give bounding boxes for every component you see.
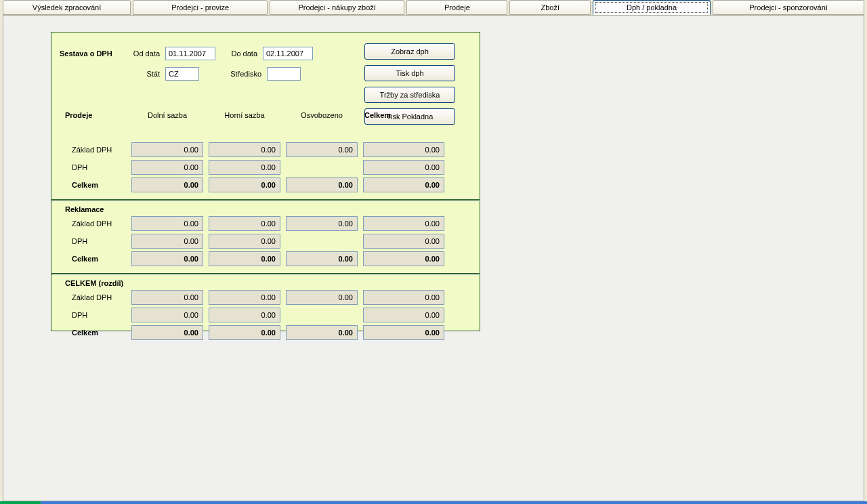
reklamace-zaklad-row: Základ DPH 0.00 0.00 0.00 0.00 xyxy=(72,215,471,232)
stat-input[interactable] xyxy=(165,67,199,81)
value-cell: 0.00 xyxy=(209,160,280,175)
prodeje-celkem-row: Celkem 0.00 0.00 0.00 0.00 xyxy=(72,176,471,194)
rozdil-celkem-row: Celkem 0.00 0.00 0.00 0.00 xyxy=(72,324,471,341)
value-cell: 0.00 xyxy=(363,142,444,157)
row-label: Základ DPH xyxy=(72,146,126,154)
value-cell: 0.00 xyxy=(209,308,280,322)
row-label: DPH xyxy=(72,311,126,319)
rozdil-dph-row: DPH 0.00 0.00 0.00 xyxy=(72,306,471,324)
results-grid: Prodeje Dolní sazba Horní sazba Osvoboze… xyxy=(51,126,480,347)
value-cell: 0.00 xyxy=(363,216,444,231)
value-cell: 0.00 xyxy=(209,251,280,266)
value-cell: 0.00 xyxy=(363,308,444,322)
row-label: Základ DPH xyxy=(72,293,126,301)
value-cell: 0.00 xyxy=(363,234,444,249)
value-cell: 0.00 xyxy=(131,160,203,175)
tab-prodejci-provize[interactable]: Prodejci - provize xyxy=(133,0,268,15)
value-cell: 0.00 xyxy=(363,290,444,305)
row-label: DPH xyxy=(72,163,126,171)
value-cell: 0.00 xyxy=(131,251,203,266)
value-cell: 0.00 xyxy=(209,325,280,340)
value-cell: 0.00 xyxy=(131,216,203,231)
tisk-dph-button[interactable]: Tisk dph xyxy=(364,65,455,81)
row-label: Celkem xyxy=(72,181,126,189)
reklamace-dph-row: DPH 0.00 0.00 0.00 xyxy=(72,232,471,250)
tab-prodejci-n-kupy-zbo[interactable]: Prodejci - nákupy zboží xyxy=(270,0,404,15)
col-celkem: Celkem xyxy=(363,111,444,119)
value-cell: 0.00 xyxy=(131,325,203,340)
value-cell: 0.00 xyxy=(286,216,358,231)
value-cell: 0.00 xyxy=(209,177,280,192)
value-cell: 0.00 xyxy=(286,142,358,157)
value-cell: 0.00 xyxy=(209,234,280,249)
row-label: Celkem xyxy=(72,329,126,337)
value-cell: 0.00 xyxy=(286,290,358,305)
value-cell: 0.00 xyxy=(363,325,444,340)
section-rozdil-title: CELKEM (rozdíl) xyxy=(65,279,471,287)
panel-title: Sestava o DPH xyxy=(60,49,127,58)
tab-zbo[interactable]: Zboží xyxy=(509,0,590,15)
value-cell: 0.00 xyxy=(286,177,358,192)
zobraz-dph-button[interactable]: Zobraz dph xyxy=(364,43,455,60)
dph-panel: Sestava o DPH Od data Do data Stát Střed… xyxy=(51,32,480,331)
value-cell: 0.00 xyxy=(131,177,203,192)
value-cell: 0.00 xyxy=(209,216,280,231)
value-cell: 0.00 xyxy=(209,290,280,305)
prodeje-dph-row: DPH 0.00 0.00 0.00 xyxy=(72,159,471,176)
do-data-input[interactable] xyxy=(263,47,313,60)
od-data-label: Od data xyxy=(127,49,165,58)
tab-strip: Výsledek zpracováníProdejci - provizePro… xyxy=(0,0,867,15)
value-cell: 0.00 xyxy=(363,251,444,266)
tab-dph-pokladna[interactable]: Dph / pokladna xyxy=(593,0,711,15)
value-cell: 0.00 xyxy=(209,142,280,157)
stredisko-input[interactable] xyxy=(267,67,301,81)
value-cell: 0.00 xyxy=(131,142,203,157)
od-data-input[interactable] xyxy=(165,47,215,60)
section-reklamace-title: Reklamace xyxy=(65,205,471,213)
prodeje-zaklad-row: Základ DPH 0.00 0.00 0.00 0.00 xyxy=(72,141,471,159)
content-frame: Sestava o DPH Od data Do data Stát Střed… xyxy=(3,15,864,501)
taskbar-edge xyxy=(0,501,867,504)
value-cell: 0.00 xyxy=(286,325,358,340)
row-label: Celkem xyxy=(72,255,126,263)
trzby-strediska-button[interactable]: Tržby za střediska xyxy=(364,87,455,103)
tab-prodejci-sponzorov-n[interactable]: Prodejci - sponzorování xyxy=(713,0,864,15)
value-cell: 0.00 xyxy=(363,160,444,175)
column-headers: Prodeje Dolní sazba Horní sazba Osvoboze… xyxy=(72,111,471,119)
rozdil-zaklad-row: Základ DPH 0.00 0.00 0.00 0.00 xyxy=(72,289,471,306)
stredisko-label: Středisko xyxy=(225,70,267,78)
col-dolni-sazba: Dolní sazba xyxy=(131,111,203,119)
value-cell: 0.00 xyxy=(286,251,358,266)
value-cell: 0.00 xyxy=(131,290,203,305)
col-osvobozeno: Osvobozeno xyxy=(286,111,358,119)
row-label: Základ DPH xyxy=(72,219,126,228)
reklamace-celkem-row: Celkem 0.00 0.00 0.00 0.00 xyxy=(72,250,471,268)
value-cell: 0.00 xyxy=(131,234,203,249)
tab-prodeje[interactable]: Prodeje xyxy=(406,0,507,15)
row-label: DPH xyxy=(72,237,126,245)
stat-label: Stát xyxy=(127,70,165,78)
value-cell: 0.00 xyxy=(131,308,203,322)
col-horni-sazba: Horní sazba xyxy=(209,111,280,119)
value-cell: 0.00 xyxy=(363,177,444,192)
section-prodeje-title: Prodeje xyxy=(65,111,126,119)
do-data-label: Do data xyxy=(225,49,263,58)
tab-v-sledek-zpracov-n[interactable]: Výsledek zpracování xyxy=(3,0,131,15)
